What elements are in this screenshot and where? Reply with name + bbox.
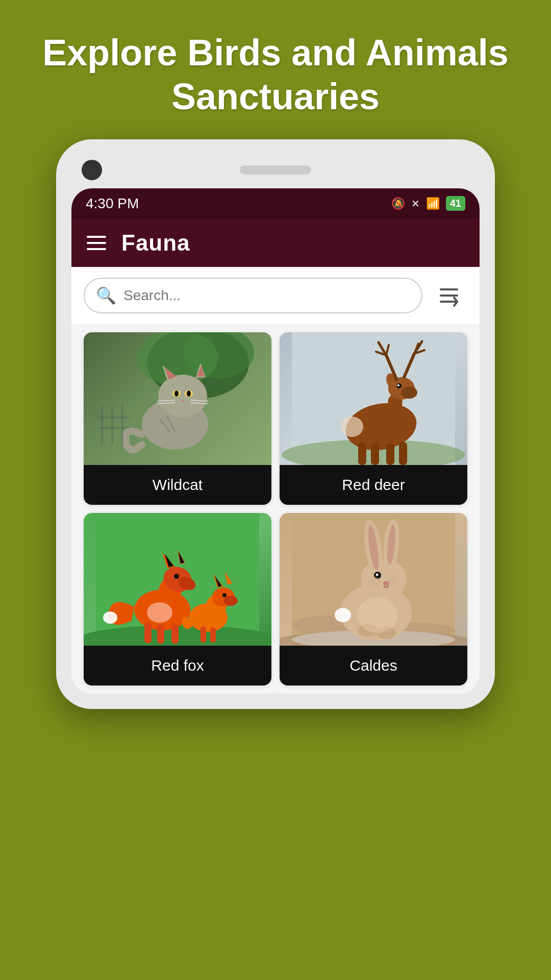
svg-point-7 [158,375,207,418]
animal-card-caldes[interactable]: Caldes [280,513,467,685]
hamburger-line-1 [87,236,106,238]
svg-rect-26 [98,416,129,419]
redfox-image-container [84,513,271,646]
svg-point-61 [147,602,172,623]
status-time: 4:30 PM [86,195,139,212]
svg-rect-75 [210,627,216,643]
phone-frame: 4:30 PM 🔕 ✕ 📶 41 Fauna 🔍 [56,139,495,709]
svg-rect-46 [371,444,379,465]
phone-top-bar [71,155,480,185]
status-bar: 4:30 PM 🔕 ✕ 📶 41 [71,188,480,219]
svg-point-35 [397,384,399,386]
status-icons: 🔕 ✕ 📶 41 [391,196,465,211]
sort-button[interactable] [431,277,467,314]
svg-rect-25 [121,405,123,445]
svg-point-73 [222,593,227,597]
svg-rect-23 [101,404,103,445]
svg-rect-74 [201,626,206,643]
redfox-label: Red fox [84,646,271,685]
svg-point-69 [223,596,238,606]
phone-camera [82,160,102,180]
svg-rect-48 [399,442,407,465]
svg-point-60 [174,574,179,579]
svg-point-95 [357,597,398,633]
svg-point-14 [174,390,179,397]
animal-card-wildcat[interactable]: Wildcat [84,332,271,505]
svg-point-49 [341,416,363,437]
search-box[interactable]: 🔍 [84,278,422,313]
mute-icon: 🔕 [391,197,405,210]
svg-point-90 [368,577,381,587]
wildcat-illustration [84,332,271,465]
caldes-image-container [280,513,467,646]
svg-rect-47 [386,444,394,465]
animal-card-red-fox[interactable]: Red fox [84,513,271,685]
battery-indicator: 41 [446,196,465,211]
svg-point-94 [335,608,351,622]
svg-point-82 [361,559,407,600]
svg-point-88 [376,573,379,576]
reddeer-label: Red deer [280,465,467,505]
app-title: Fauna [121,230,190,256]
svg-point-91 [388,576,398,585]
wildcat-label: Wildcat [84,465,271,505]
svg-rect-45 [358,442,366,465]
wifi-icon: 📶 [426,197,440,210]
phone-speaker [240,165,311,175]
sort-icon [437,283,461,308]
wildcat-image-container [84,332,271,465]
reddeer-image-container [280,332,467,465]
hamburger-line-3 [87,248,106,250]
caldes-illustration [280,513,467,646]
hamburger-line-2 [87,242,106,244]
search-icon: 🔍 [96,286,116,305]
search-sort-row: 🔍 [71,267,480,324]
animal-card-red-deer[interactable]: Red deer [280,332,467,505]
animals-grid: Wildcat [71,324,480,694]
svg-rect-27 [98,427,129,429]
svg-point-33 [401,386,417,399]
app-bar: Fauna [71,219,480,267]
svg-point-15 [187,390,191,397]
page-title: Explore Birds and Animals Sanctuaries [0,0,551,139]
search-input[interactable] [123,287,410,304]
menu-button[interactable] [87,236,106,250]
svg-rect-65 [171,624,179,644]
caldes-label: Caldes [280,646,467,685]
svg-rect-64 [157,624,164,644]
phone-screen: 4:30 PM 🔕 ✕ 📶 41 Fauna 🔍 [71,188,480,694]
redfox-illustration [84,513,271,646]
svg-rect-63 [144,623,152,643]
svg-point-62 [103,611,117,624]
sim-icon: ✕ [411,198,420,210]
svg-rect-24 [111,406,113,445]
reddeer-illustration [280,332,467,465]
